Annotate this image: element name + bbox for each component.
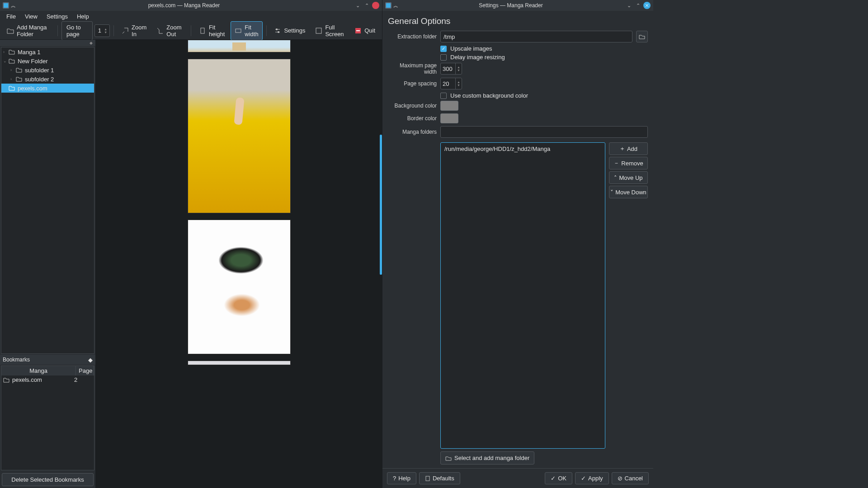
help-label: Help bbox=[398, 475, 410, 482]
column-page[interactable]: Page bbox=[76, 366, 94, 375]
max-page-width-input[interactable] bbox=[441, 63, 455, 74]
menu-view[interactable]: View bbox=[20, 12, 42, 21]
max-page-width-spinbox[interactable]: ▲▼ bbox=[440, 63, 462, 75]
main-window-title: pexels.com — Manga Reader bbox=[16, 2, 352, 9]
toolbar-separator bbox=[266, 25, 267, 36]
browse-folder-button[interactable] bbox=[636, 31, 648, 42]
tree-item[interactable]: pexels.com bbox=[1, 84, 94, 93]
close-button[interactable] bbox=[372, 2, 379, 9]
page-spacing-spinbox[interactable]: ▲▼ bbox=[440, 78, 462, 89]
app-icon bbox=[3, 2, 9, 9]
spinbox-arrows[interactable]: ▲▼ bbox=[104, 25, 109, 37]
zoom-out-button[interactable]: Zoom Out bbox=[152, 21, 187, 40]
bookmarks-title: Bookmarks bbox=[3, 357, 88, 363]
fit-height-button[interactable]: Fit height bbox=[195, 21, 229, 40]
tree-panel-header[interactable]: ◆ bbox=[0, 40, 95, 46]
svg-rect-2 bbox=[201, 28, 204, 33]
minimize-button[interactable]: ⌄ bbox=[354, 2, 361, 9]
close-button[interactable] bbox=[643, 2, 651, 9]
delay-resizing-row: Delay image resizing bbox=[388, 54, 648, 61]
move-up-label: Move Up bbox=[619, 174, 642, 181]
quit-button[interactable]: Quit bbox=[350, 24, 379, 37]
main-window: ︽ pexels.com — Manga Reader ⌄ ⌃ File Vie… bbox=[0, 0, 382, 488]
toolbar-separator bbox=[113, 25, 114, 36]
custom-bg-row: Use custom background color bbox=[388, 92, 648, 99]
delay-resizing-checkbox[interactable] bbox=[440, 54, 447, 61]
folder-icon bbox=[16, 67, 22, 73]
quit-icon bbox=[354, 27, 362, 34]
tree-item[interactable]: ›subfolder 1 bbox=[1, 66, 94, 75]
manga-folders-input[interactable] bbox=[440, 126, 648, 138]
image-viewer[interactable] bbox=[96, 40, 382, 488]
zoom-out-icon bbox=[156, 27, 164, 34]
full-screen-button[interactable]: Full Screen bbox=[311, 21, 349, 40]
folder-list-item[interactable]: /run/media/george/HDD1/z_hdd2/Manga bbox=[443, 145, 603, 153]
extraction-folder-input[interactable] bbox=[440, 31, 632, 42]
spinbox-arrows[interactable]: ▲▼ bbox=[455, 78, 462, 89]
content-row: ◆ ›Manga 1⌄New Folder›subfolder 1›subfol… bbox=[0, 40, 382, 488]
add-folder-button[interactable]: ＋Add bbox=[609, 142, 648, 155]
toolbar: Add Manga Folder Go to page ▲▼ Zoom In Z… bbox=[0, 22, 382, 40]
bg-color-swatch[interactable] bbox=[440, 101, 458, 111]
bookmarks-header[interactable]: Bookmarks ◆ bbox=[0, 355, 95, 365]
page-stack bbox=[188, 40, 291, 488]
add-manga-folder-button[interactable]: Add Manga Folder bbox=[3, 21, 54, 40]
bg-color-label: Background color bbox=[388, 103, 437, 109]
go-to-page-button[interactable]: Go to page bbox=[61, 21, 93, 40]
expand-icon[interactable]: › bbox=[3, 50, 9, 54]
add-manga-folder-label: Add Manga Folder bbox=[17, 24, 50, 38]
expand-icon[interactable]: › bbox=[10, 77, 16, 81]
upscale-images-checkbox[interactable] bbox=[440, 46, 447, 52]
cancel-button[interactable]: ⊘Cancel bbox=[612, 472, 649, 484]
border-color-swatch[interactable] bbox=[440, 113, 458, 123]
expand-icon[interactable]: ⌄ bbox=[3, 59, 9, 63]
main-titlebar: ︽ pexels.com — Manga Reader ⌄ ⌃ bbox=[0, 0, 382, 11]
menu-settings[interactable]: Settings bbox=[42, 12, 72, 21]
zoom-in-button[interactable]: Zoom In bbox=[118, 21, 151, 40]
fit-height-icon bbox=[199, 27, 206, 34]
tree-item[interactable]: ⌄New Folder bbox=[1, 56, 94, 66]
defaults-button[interactable]: Defaults bbox=[419, 472, 460, 484]
maximize-button[interactable]: ⌃ bbox=[634, 2, 642, 9]
border-color-label: Border color bbox=[388, 115, 437, 122]
apply-button[interactable]: ✓Apply bbox=[575, 472, 609, 484]
select-and-add-folder-button[interactable]: Select and add manga folder bbox=[440, 451, 534, 465]
fit-width-button[interactable]: Fit width bbox=[231, 21, 262, 40]
custom-bg-checkbox[interactable] bbox=[440, 93, 447, 99]
help-button[interactable]: ?Help bbox=[387, 472, 416, 484]
svg-rect-10 bbox=[426, 476, 429, 481]
folder-tree[interactable]: ›Manga 1⌄New Folder›subfolder 1›subfolde… bbox=[1, 47, 94, 354]
scrollbar-thumb[interactable] bbox=[380, 135, 382, 275]
minimize-button[interactable]: ⌄ bbox=[625, 2, 632, 9]
svg-rect-1 bbox=[4, 3, 8, 8]
menu-help[interactable]: Help bbox=[72, 12, 94, 21]
bookmark-row[interactable]: pexels.com2 bbox=[1, 375, 94, 384]
titlebar-pin-icon[interactable]: ︽ bbox=[11, 2, 16, 9]
tree-item[interactable]: ›subfolder 2 bbox=[1, 75, 94, 84]
maximize-button[interactable]: ⌃ bbox=[363, 2, 370, 9]
remove-label: Remove bbox=[621, 160, 643, 167]
expand-icon[interactable]: › bbox=[10, 68, 16, 72]
menu-file[interactable]: File bbox=[2, 12, 20, 21]
page-spacing-input[interactable] bbox=[441, 78, 455, 89]
page-number-input[interactable] bbox=[95, 25, 104, 37]
bg-color-row: Background color bbox=[388, 101, 648, 111]
column-manga[interactable]: Manga bbox=[1, 366, 76, 375]
ok-button[interactable]: ✓OK bbox=[545, 472, 572, 484]
custom-bg-label: Use custom background color bbox=[450, 92, 528, 99]
move-down-button[interactable]: ˅Move Down bbox=[609, 186, 648, 198]
svg-rect-6 bbox=[316, 28, 321, 33]
manga-folders-list[interactable]: /run/media/george/HDD1/z_hdd2/Manga bbox=[440, 142, 605, 449]
check-icon: ✓ bbox=[581, 475, 586, 482]
delete-bookmarks-button[interactable]: Delete Selected Bookmarks bbox=[2, 473, 94, 486]
zoom-out-label: Zoom Out bbox=[166, 24, 183, 38]
tree-item[interactable]: ›Manga 1 bbox=[1, 47, 94, 56]
minus-icon: － bbox=[613, 159, 619, 167]
spinbox-arrows[interactable]: ▲▼ bbox=[455, 63, 462, 74]
remove-folder-button[interactable]: －Remove bbox=[609, 157, 648, 169]
settings-button[interactable]: Settings bbox=[270, 24, 309, 37]
page-number-spinbox[interactable]: ▲▼ bbox=[94, 24, 110, 37]
manga-page-image bbox=[188, 220, 291, 354]
titlebar-pin-icon[interactable]: ︽ bbox=[393, 2, 398, 9]
move-up-button[interactable]: ˄Move Up bbox=[609, 171, 648, 184]
